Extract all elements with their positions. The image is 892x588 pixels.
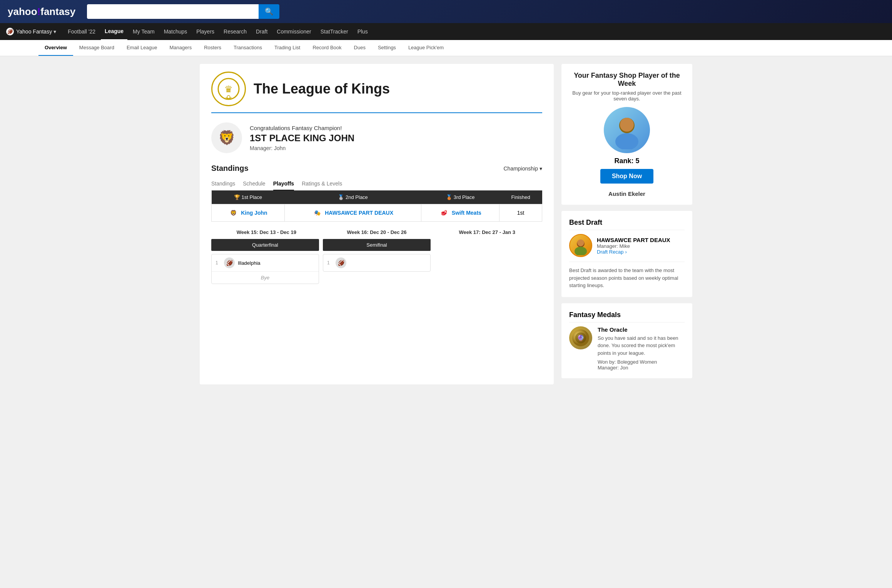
nav-brand[interactable]: 🏈 Yahoo Fantasy ▾ [6, 28, 56, 35]
subnav-settings[interactable]: Settings [372, 40, 402, 56]
col-finished: Finished [499, 190, 542, 204]
nav-item-players[interactable]: Players [192, 23, 218, 40]
shop-card: Your Fantasy Shop Player of the Week Buy… [561, 64, 692, 205]
nav-item-plus[interactable]: Plus [354, 23, 372, 40]
champion-info: Congratulations Fantasy Champion! 1ST PL… [250, 125, 354, 151]
subnav-overview[interactable]: Overview [38, 40, 73, 56]
svg-point-5 [620, 118, 634, 132]
best-draft-card: Best Draft HAWSAWCE PART DEAUX Manager: … [561, 211, 692, 297]
standings-header: Standings Championship ▾ [211, 164, 542, 173]
subnav-emailleague[interactable]: Email League [120, 40, 164, 56]
draft-divider [569, 262, 685, 262]
bye-label: Bye [212, 272, 319, 284]
week17-label: Week 17: Dec 27 - Jan 3 [432, 229, 542, 235]
subnav-rosters[interactable]: Rosters [198, 40, 227, 56]
bracket-match-1: 1 🏈 Illadelphia Bye [211, 254, 319, 284]
medals-title: Fantasy Medals [569, 311, 685, 322]
medal-item: 🔮 The Oracle So you have said and so it … [569, 326, 685, 371]
tab-schedule[interactable]: Schedule [243, 177, 265, 190]
quarterfinal-round: Quarterfinal 1 🏈 Illadelphia Bye [211, 239, 319, 284]
shop-subtitle: Buy gear for your top-ranked player over… [569, 90, 685, 102]
finished-cell: 1st [499, 204, 542, 222]
championship-dropdown[interactable]: Championship ▾ [504, 165, 543, 172]
oracle-desc: So you have said and so it has been done… [598, 334, 685, 357]
nav-item-draft[interactable]: Draft [252, 23, 271, 40]
draft-team-name: HAWSAWCE PART DEAUX [597, 237, 670, 243]
nav-item-research[interactable]: Research [220, 23, 251, 40]
hawsawce-link[interactable]: HAWSAWCE PART DEAUX [325, 210, 393, 216]
subnav-recordbook[interactable]: Record Book [306, 40, 347, 56]
league-logo: ♛ [211, 72, 246, 106]
oracle-manager: Manager: Jon [598, 365, 685, 371]
swift-meats-icon: 🥩 [439, 208, 449, 217]
hawsawce-icon: 🎭 [312, 208, 322, 217]
best-draft-title: Best Draft [569, 219, 685, 230]
nav-item-league[interactable]: League [101, 23, 127, 40]
oracle-medal-icon: 🔮 [569, 326, 592, 349]
draft-recap-link[interactable]: Draft Recap › [597, 249, 670, 255]
sidebar: Your Fantasy Shop Player of the Week Buy… [561, 64, 692, 384]
first-place-cell: 🦁 King John [212, 204, 285, 222]
draft-manager: Manager: Mike [597, 243, 670, 249]
main-layout: ♛ The League of Kings 🦁 Congratulations … [196, 56, 696, 392]
semi-team1-icon: 🏈 [336, 257, 346, 268]
king-john-link[interactable]: King John [241, 210, 267, 216]
nav-item-football[interactable]: Football '22 [64, 23, 99, 40]
draft-team: HAWSAWCE PART DEAUX Manager: Mike Draft … [569, 234, 685, 257]
champion-logo: 🦁 [211, 122, 242, 153]
search-bar: 🔍 [87, 4, 279, 19]
rank-label: Rank: 5 [569, 157, 685, 165]
quarterfinal-title: Quarterfinal [211, 239, 319, 251]
nav-item-commissioner[interactable]: Commissioner [273, 23, 315, 40]
svg-text:♛: ♛ [224, 84, 233, 94]
semifinal-title: Semifinal [323, 239, 431, 251]
champion-section: 🦁 Congratulations Fantasy Champion! 1ST … [211, 122, 542, 153]
nav-item-matchups[interactable]: Matchups [160, 23, 191, 40]
search-input[interactable] [87, 4, 259, 19]
illadelphia-name: Illadelphia [238, 260, 261, 266]
congrats-text: Congratulations Fantasy Champion! [250, 125, 354, 131]
svg-point-8 [577, 239, 584, 246]
tab-ratings[interactable]: Ratings & Levels [302, 177, 342, 190]
nav-item-myteam[interactable]: My Team [129, 23, 159, 40]
oracle-medal-info: The Oracle So you have said and so it ha… [598, 326, 685, 371]
nav-items: Football '22 League My Team Matchups Pla… [64, 23, 372, 40]
tab-standings[interactable]: Standings [211, 177, 235, 190]
search-button[interactable]: 🔍 [259, 4, 279, 19]
col-third: 🥉 3rd Place [421, 190, 499, 204]
medals-card: Fantasy Medals 🔮 [561, 303, 692, 379]
week16-label: Week 16: Dec 20 - Dec 26 [322, 229, 432, 235]
subnav-pickeem[interactable]: League Pick'em [402, 40, 450, 56]
swift-meats-link[interactable]: Swift Meats [452, 210, 481, 216]
shop-now-button[interactable]: Shop Now [600, 169, 653, 184]
nav-bar: 🏈 Yahoo Fantasy ▾ Football '22 League My… [0, 23, 892, 40]
table-row: 🦁 King John 🎭 HAWSAWCE PART DEAUX 🥩 [212, 204, 542, 222]
top-header: yahoo!fantasy 🔍 [0, 0, 892, 23]
oracle-name: The Oracle [598, 326, 685, 333]
player-name: Austin Ekeler [569, 190, 685, 197]
second-place-cell: 🎭 HAWSAWCE PART DEAUX [284, 204, 421, 222]
subnav-tradinglist[interactable]: Trading List [268, 40, 306, 56]
tab-playoffs[interactable]: Playoffs [273, 177, 294, 190]
seed-1: 1 [215, 260, 221, 266]
nav-brand-chevron: ▾ [53, 28, 56, 35]
subnav-dues[interactable]: Dues [348, 40, 372, 56]
yahoo-logo: yahoo!fantasy [8, 6, 75, 18]
semifinal-round: Semifinal 1 🏈 [323, 239, 431, 272]
illadelphia-icon: 🏈 [224, 257, 235, 268]
subnav-transactions[interactable]: Transactions [227, 40, 268, 56]
nav-item-stattracker[interactable]: StatTracker [317, 23, 352, 40]
player-image [604, 107, 650, 153]
champion-manager: Manager: John [250, 145, 354, 151]
subnav-managers[interactable]: Managers [163, 40, 198, 56]
col-second: 🥈 2nd Place [284, 190, 421, 204]
third-place-cell: 🥩 Swift Meats [421, 204, 499, 222]
subnav-messageboard[interactable]: Message Board [73, 40, 120, 56]
svg-point-2 [227, 95, 230, 99]
svg-point-4 [615, 133, 638, 149]
best-draft-desc: Best Draft is awarded to the team with t… [569, 267, 685, 289]
champion-place: 1ST PLACE KING JOHN [250, 133, 354, 144]
bracket-team-illadelphia: 1 🏈 Illadelphia [212, 254, 319, 272]
draft-team-avatar [569, 234, 592, 257]
nav-brand-label: Yahoo Fantasy [16, 28, 52, 35]
